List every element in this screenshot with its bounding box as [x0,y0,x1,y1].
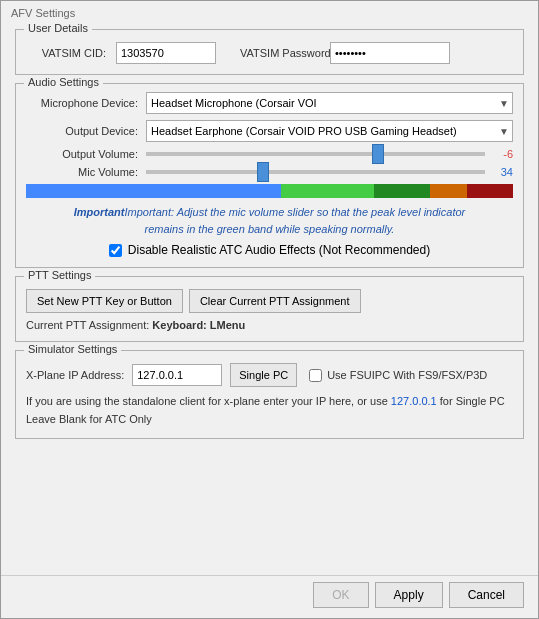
ptt-settings-section: PTT Settings Set New PTT Key or Button C… [15,276,524,342]
content-area: User Details VATSIM CID: VATSIM Password… [1,23,538,575]
microphone-select[interactable]: Headset Microphone (Corsair VOI [146,92,513,114]
fsuipc-checkbox[interactable] [309,369,322,382]
important-text-2: remains in the green band while speaking… [145,223,395,235]
meter-segment [26,184,281,198]
output-volume-row: Output Volume: -6 [26,148,513,160]
sim-info-line1-post: for Single PC [437,395,505,407]
fsuipc-row: Use FSUIPC With FS9/FSX/P3D [309,369,487,382]
set-ptt-button[interactable]: Set New PTT Key or Button [26,289,183,313]
single-pc-button[interactable]: Single PC [230,363,297,387]
ok-button[interactable]: OK [313,582,368,608]
microphone-row: Microphone Device: Headset Microphone (C… [26,92,513,114]
mic-volume-value: 34 [485,166,513,178]
main-window: AFV Settings User Details VATSIM CID: VA… [0,0,539,619]
cid-input[interactable] [116,42,216,64]
title-bar: AFV Settings [1,1,538,23]
simulator-row: X-Plane IP Address: Single PC Use FSUIPC… [26,363,513,387]
simulator-settings-title: Simulator Settings [24,343,121,355]
important-text-1: Important: Adjust the mic volume slider … [124,206,465,218]
clear-ptt-button[interactable]: Clear Current PTT Assignment [189,289,361,313]
important-bold: Important [74,206,125,218]
mic-volume-label: Mic Volume: [26,166,146,178]
output-volume-slider[interactable] [146,152,485,156]
important-text: ImportantImportant: Adjust the mic volum… [26,204,513,237]
audio-settings-title: Audio Settings [24,76,103,88]
user-details-section: User Details VATSIM CID: VATSIM Password… [15,29,524,75]
mic-volume-slider-container [146,170,485,174]
password-input[interactable] [330,42,450,64]
meter-segment [374,184,430,198]
microphone-dropdown-wrapper: Headset Microphone (Corsair VOI ▼ [146,92,513,114]
user-details-row: VATSIM CID: VATSIM Password: [26,42,513,64]
meter-segment [467,184,513,198]
output-select[interactable]: Headset Earphone (Corsair VOID PRO USB G… [146,120,513,142]
meter-segment [281,184,374,198]
level-meter [26,184,513,198]
ptt-buttons-row: Set New PTT Key or Button Clear Current … [26,289,513,313]
apply-button[interactable]: Apply [375,582,443,608]
disable-effects-label: Disable Realistic ATC Audio Effects (Not… [128,243,430,257]
ip-input[interactable] [132,364,222,386]
cid-label: VATSIM CID: [26,47,106,59]
password-label: VATSIM Password: [240,47,320,59]
cancel-button[interactable]: Cancel [449,582,524,608]
ip-label: X-Plane IP Address: [26,369,124,381]
output-volume-slider-container [146,152,485,156]
output-volume-label: Output Volume: [26,148,146,160]
audio-settings-section: Audio Settings Microphone Device: Headse… [15,83,524,268]
meter-segment [430,184,467,198]
user-details-title: User Details [24,22,92,34]
sim-info: If you are using the standalone client f… [26,393,513,428]
output-device-row: Output Device: Headset Earphone (Corsair… [26,120,513,142]
footer: OK Apply Cancel [1,575,538,618]
sim-info-line1-pre: If you are using the standalone client f… [26,395,391,407]
sim-info-line2: Leave Blank for ATC Only [26,413,152,425]
output-dropdown-wrapper: Headset Earphone (Corsair VOID PRO USB G… [146,120,513,142]
current-ptt-value: Keyboard: LMenu [152,319,245,331]
mic-volume-row: Mic Volume: 34 [26,166,513,178]
current-ptt-row: Current PTT Assignment: Keyboard: LMenu [26,319,513,331]
ptt-settings-title: PTT Settings [24,269,95,281]
disable-effects-checkbox[interactable] [109,244,122,257]
output-device-label: Output Device: [26,125,146,137]
simulator-settings-section: Simulator Settings X-Plane IP Address: S… [15,350,524,439]
fsuipc-label: Use FSUIPC With FS9/FSX/P3D [327,369,487,381]
microphone-label: Microphone Device: [26,97,146,109]
mic-volume-slider[interactable] [146,170,485,174]
sim-info-link: 127.0.0.1 [391,395,437,407]
window-title: AFV Settings [11,7,75,19]
output-volume-value: -6 [485,148,513,160]
current-ptt-prefix: Current PTT Assignment: [26,319,149,331]
disable-checkbox-row: Disable Realistic ATC Audio Effects (Not… [26,243,513,257]
